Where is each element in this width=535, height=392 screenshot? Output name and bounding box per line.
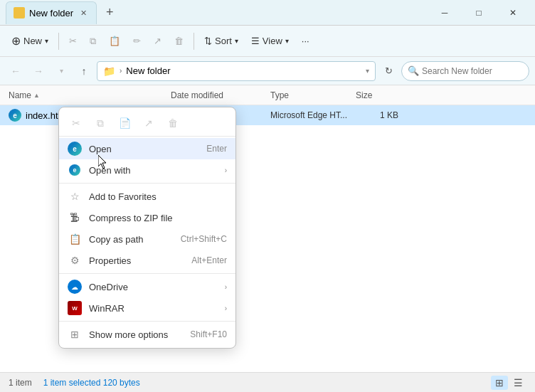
ctx-favorites-icon: ☆: [68, 189, 82, 203]
search-box[interactable]: 🔍: [401, 61, 529, 81]
back-button[interactable]: ←: [6, 61, 26, 81]
sort-dropdown-icon: ▾: [235, 37, 238, 45]
ctx-more-options-shortcut: Shift+F10: [190, 329, 227, 339]
close-button[interactable]: ✕: [497, 1, 529, 24]
details-view-button[interactable]: ☰: [509, 376, 526, 390]
forward-button[interactable]: →: [28, 61, 48, 81]
ctx-compress-label: Compress to ZIP file: [89, 213, 227, 223]
selected-info: 1 item selected 120 bytes: [43, 378, 140, 388]
col-size[interactable]: Size: [356, 90, 413, 100]
more-button[interactable]: ···: [296, 30, 315, 53]
ctx-onedrive-arrow: ›: [225, 283, 227, 291]
column-headers: Name ▲ Date modified Type Size: [0, 85, 535, 105]
status-left: 1 item 1 item selected 120 bytes: [9, 378, 140, 388]
cut-icon: ✂: [69, 36, 77, 46]
col-date[interactable]: Date modified: [171, 90, 270, 100]
toolbar: ⊕ New ▾ ✂ ⧉ 📋 ✏ ↗ 🗑 ⇅ Sort ▾ ☰ View ▾ ··…: [0, 26, 535, 57]
sort-label: Sort: [215, 36, 232, 46]
ctx-winrar-label: WinRAR: [89, 303, 218, 314]
ctx-more-options-item[interactable]: ⊞ Show more options Shift+F10: [59, 324, 235, 345]
list-view-button[interactable]: ⊞: [491, 376, 508, 390]
copy-button[interactable]: ⧉: [84, 30, 102, 53]
tab-title: New folder: [29, 8, 73, 18]
ctx-properties-label: Properties: [89, 255, 184, 266]
ctx-open-shortcut: Enter: [206, 144, 227, 154]
new-icon: ⊕: [11, 34, 21, 48]
sort-button[interactable]: ⇅ Sort ▾: [198, 30, 244, 53]
more-icon: ···: [302, 36, 309, 46]
toolbar-sep-1: [58, 33, 59, 50]
address-path-label: New folder: [126, 65, 170, 76]
ctx-copy-path-icon: 📋: [68, 232, 82, 246]
address-dropdown-icon[interactable]: ▾: [366, 67, 369, 75]
share-button[interactable]: ↗: [148, 30, 167, 53]
ctx-paste-button[interactable]: 📄: [113, 113, 136, 133]
up-button[interactable]: ↑: [74, 61, 94, 81]
share-icon: ↗: [154, 36, 161, 46]
paste-icon: 📋: [109, 36, 120, 46]
context-menu-toolbar: ✂ ⧉ 📄 ↗ 🗑: [59, 110, 235, 137]
view-label: View: [263, 36, 282, 46]
cut-button[interactable]: ✂: [63, 30, 83, 53]
ctx-properties-item[interactable]: ⚙ Properties Alt+Enter: [59, 250, 235, 271]
ctx-compress-icon: 🗜: [68, 211, 82, 225]
ctx-sep-3: [59, 321, 235, 322]
ctx-cut-button[interactable]: ✂: [65, 113, 88, 133]
ctx-winrar-item[interactable]: W WinRAR ›: [59, 297, 235, 319]
sort-arrow-name: ▲: [33, 92, 40, 99]
refresh-button[interactable]: ↻: [378, 61, 398, 81]
ctx-open-with-item[interactable]: e Open with ›: [59, 159, 235, 181]
edge-file-icon: e: [9, 109, 21, 122]
ctx-copy-path-item[interactable]: 📋 Copy as path Ctrl+Shift+C: [59, 228, 235, 250]
ctx-share-button[interactable]: ↗: [137, 113, 160, 133]
ctx-open-item[interactable]: e Open Enter: [59, 138, 235, 159]
file-type: Microsoft Edge HT...: [270, 110, 356, 120]
address-bar: ← → ▾ ↑ 📁 › New folder ▾ ↻ 🔍: [0, 57, 535, 85]
ctx-copy-button[interactable]: ⧉: [89, 113, 112, 133]
ctx-copy-path-shortcut: Ctrl+Shift+C: [181, 234, 227, 244]
new-dropdown-icon: ▾: [45, 37, 48, 45]
delete-icon: 🗑: [174, 36, 184, 46]
col-name[interactable]: Name ▲: [9, 90, 165, 100]
address-path[interactable]: 📁 › New folder ▾: [97, 61, 376, 81]
view-dropdown-icon: ▾: [285, 37, 289, 45]
title-bar: New folder ✕ + ─ □ ✕: [0, 0, 535, 26]
address-arrow: ›: [120, 67, 122, 75]
ctx-sep-2: [59, 273, 235, 274]
view-icon: ☰: [251, 36, 260, 46]
maximize-button[interactable]: □: [462, 1, 495, 24]
ctx-delete-button[interactable]: 🗑: [161, 113, 184, 133]
delete-button[interactable]: 🗑: [169, 30, 189, 53]
toolbar-sep-2: [194, 33, 194, 50]
folder-tab[interactable]: New folder ✕: [6, 1, 97, 24]
new-tab-button[interactable]: +: [100, 3, 120, 23]
ctx-sep-1: [59, 183, 235, 184]
search-input[interactable]: [422, 66, 514, 76]
ctx-onedrive-icon: ☁: [68, 280, 82, 294]
ctx-more-options-label: Show more options: [89, 329, 183, 340]
status-bar: 1 item 1 item selected 120 bytes ⊞ ☰: [0, 372, 535, 392]
tab-close-button[interactable]: ✕: [78, 7, 89, 18]
recent-locations-button[interactable]: ▾: [51, 61, 71, 81]
ctx-open-with-arrow: ›: [225, 166, 227, 174]
view-button[interactable]: ☰ View ▾: [245, 30, 295, 53]
folder-tab-icon: [14, 7, 25, 18]
ctx-copy-path-label: Copy as path: [89, 234, 174, 245]
ctx-winrar-arrow: ›: [225, 304, 227, 312]
ctx-properties-shortcut: Alt+Enter: [191, 255, 227, 265]
sort-icon: ⇅: [204, 36, 212, 46]
paste-button[interactable]: 📋: [103, 30, 126, 53]
tab-area: New folder ✕ +: [6, 1, 428, 24]
ctx-compress-item[interactable]: 🗜 Compress to ZIP file: [59, 207, 235, 228]
new-button[interactable]: ⊕ New ▾: [6, 30, 54, 53]
ctx-favorites-item[interactable]: ☆ Add to Favorites: [59, 186, 235, 207]
ctx-open-icon: e: [68, 142, 82, 156]
minimize-button[interactable]: ─: [428, 1, 461, 24]
item-count: 1 item: [9, 378, 32, 388]
ctx-onedrive-item[interactable]: ☁ OneDrive ›: [59, 276, 235, 297]
rename-button[interactable]: ✏: [127, 30, 147, 53]
col-type[interactable]: Type: [270, 90, 356, 100]
ctx-open-label: Open: [89, 144, 199, 154]
ctx-open-with-label: Open with: [89, 165, 218, 176]
address-folder-icon: 📁: [103, 65, 115, 77]
